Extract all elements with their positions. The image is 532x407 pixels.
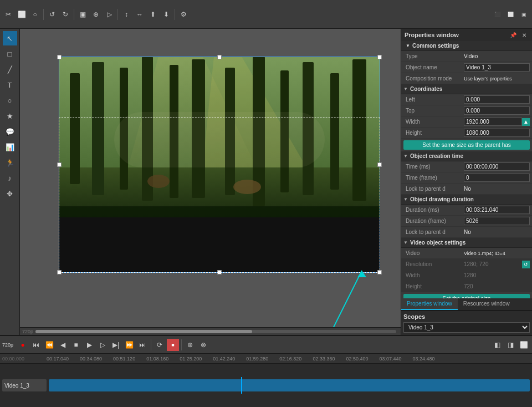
h-scrollbar-thumb[interactable] — [35, 330, 252, 333]
width-spin-up[interactable]: ▲ — [522, 118, 530, 126]
prop-dur-frame-value[interactable]: 5026 — [464, 217, 530, 225]
tool-animate[interactable]: 🏃 — [3, 155, 17, 170]
prop-res-width-value: 1280 — [464, 272, 530, 278]
tool-text[interactable]: T — [3, 78, 17, 92]
props-close[interactable]: ✕ — [520, 30, 529, 39]
canvas-viewport[interactable] — [20, 29, 401, 327]
common-settings-header[interactable]: ▼ Common settings — [401, 41, 532, 51]
toolbar-select[interactable]: ▣ — [76, 8, 89, 21]
tl-clip[interactable]: ■ — [167, 339, 179, 351]
toolbar-play[interactable]: ▷ — [103, 8, 115, 21]
prop-comp-mode: Composition mode Use layer's properties — [401, 73, 532, 84]
toolbar-align-v[interactable]: ↔ — [134, 8, 146, 21]
tl-extra1[interactable]: ◧ — [491, 339, 503, 351]
tab-properties[interactable]: Properties window — [401, 298, 458, 310]
prop-res-width-label: Width — [406, 272, 464, 278]
tl-loop[interactable]: ⟳ — [154, 339, 166, 351]
tool-audio[interactable]: ♪ — [3, 171, 17, 185]
section-video-settings-label: Video object settings — [410, 240, 466, 246]
prop-lock-parent-dur-value[interactable]: No — [464, 229, 530, 235]
tool-circle[interactable]: ○ — [3, 93, 17, 108]
track-bar[interactable] — [49, 379, 530, 391]
toolbar-extra1[interactable]: ⬛ — [491, 8, 503, 21]
canvas-scrollbar[interactable]: 720p — [20, 327, 401, 335]
toolbar-undo[interactable]: ↺ — [46, 8, 58, 21]
prop-height-value[interactable]: 1080.000 — [464, 129, 530, 137]
prop-video-file-value[interactable]: Video 1.mp4; ID=4 — [464, 251, 530, 256]
toolbar-up[interactable]: ⬆ — [147, 8, 159, 21]
prop-width-value[interactable]: 1920.000 — [464, 118, 522, 126]
ruler-mark-3: 00:51.120 — [113, 356, 135, 362]
prop-object-name-label: Object name — [406, 64, 464, 70]
scopes-select[interactable]: Video 1_3 — [403, 322, 530, 333]
tl-sep2 — [181, 339, 182, 350]
tl-play-sel[interactable]: ▷ — [96, 339, 109, 351]
tl-zoom-fit[interactable]: ⬜ — [518, 339, 530, 351]
ruler-mark-5: 01:25.200 — [180, 356, 202, 362]
tab-resources[interactable]: Resources window — [458, 298, 515, 310]
tl-step-back[interactable]: ◀ — [57, 339, 69, 351]
tl-next[interactable]: ⏩ — [123, 339, 135, 351]
section-coordinates[interactable]: Coordinates — [401, 84, 532, 94]
tool-line[interactable]: ╱ — [3, 62, 17, 77]
prop-type-value: Video — [464, 53, 530, 59]
set-original-size-btn[interactable]: Set the original size — [403, 294, 530, 298]
prop-time-frame-label: Time (frame) — [406, 175, 464, 181]
tl-stop[interactable]: ■ — [70, 339, 82, 351]
tl-split[interactable]: ⊕ — [184, 339, 196, 351]
playhead[interactable] — [241, 377, 242, 394]
toolbar-align-h[interactable]: ↕ — [120, 8, 132, 21]
ruler-mark-9: 02:33.360 — [313, 356, 335, 362]
toolbar-redo[interactable]: ↻ — [59, 8, 71, 21]
tl-prev-frame[interactable]: ⏮ — [30, 339, 42, 351]
prop-resolution: Resolution 1280; 720 ↺ — [401, 259, 532, 270]
props-content[interactable]: Type Video Object name Video 1_3 Composi… — [401, 51, 532, 298]
prop-time-ms-label: Time (ms) — [406, 164, 464, 170]
props-title: Properties window — [405, 32, 459, 38]
prop-lock-parent-creation-value[interactable]: No — [464, 186, 530, 192]
props-pin[interactable]: 📌 — [509, 30, 518, 39]
prop-resolution-value: 1280; 720 — [464, 261, 522, 267]
section-creation-time[interactable]: Object creation time — [401, 151, 532, 161]
properties-panel: Properties window 📌 ✕ ▼ Common settings … — [401, 29, 532, 335]
tool-select[interactable]: ↖ — [3, 31, 17, 45]
tl-prev[interactable]: ⏪ — [43, 339, 55, 351]
prop-time-frame-value[interactable]: 0 — [464, 174, 530, 182]
toolbar-group[interactable]: ⊕ — [90, 8, 102, 21]
tool-move[interactable]: ✥ — [3, 186, 17, 201]
prop-dur-ms-value[interactable]: 00:03:21.040 — [464, 206, 530, 214]
tl-extra2[interactable]: ◨ — [504, 339, 516, 351]
toolbar-rect[interactable]: ⬜ — [16, 8, 28, 21]
tl-play[interactable]: ▶ — [83, 339, 95, 351]
tl-step-fwd[interactable]: ▶| — [110, 339, 122, 351]
prop-object-name-value[interactable]: Video 1_3 — [464, 63, 530, 72]
prop-time-ms-value[interactable]: 00:00:00.000 — [464, 162, 530, 171]
toolbar-ellipse[interactable]: ○ — [29, 8, 41, 21]
toolbar-cut[interactable]: ✂ — [2, 8, 14, 21]
set-parent-size-btn[interactable]: Set the same size as the parent has — [403, 140, 530, 150]
tl-merge[interactable]: ⊗ — [197, 339, 209, 351]
toolbar-down[interactable]: ⬇ — [160, 8, 172, 21]
tl-record[interactable]: ● — [17, 339, 29, 351]
track-label[interactable]: Video 1_3 — [2, 379, 47, 391]
tool-rect[interactable]: □ — [3, 47, 17, 61]
zoom-label: 720p — [22, 329, 33, 334]
timeline-tracks[interactable]: Video 1_3 — [0, 364, 532, 407]
tl-next-frame[interactable]: ⏭ — [136, 339, 149, 351]
resolution-reset[interactable]: ↺ — [522, 261, 530, 268]
section-drawing-duration[interactable]: Object drawing duration — [401, 195, 532, 205]
prop-left-label: Left — [406, 96, 464, 103]
prop-lock-parent-dur: Lock to parent d No — [401, 227, 532, 238]
section-video-settings[interactable]: Video object settings — [401, 238, 532, 248]
prop-left-value[interactable]: 0.000 — [464, 95, 530, 104]
toolbar-extra3[interactable]: ▣ — [518, 8, 530, 21]
prop-top-value[interactable]: 0.000 — [464, 106, 530, 115]
toolbar-settings[interactable]: ⚙ — [177, 8, 190, 21]
tool-note[interactable]: 💬 — [3, 124, 17, 139]
prop-type-label: Type — [406, 53, 464, 59]
tool-star[interactable]: ★ — [3, 109, 17, 123]
h-scrollbar[interactable] — [35, 330, 396, 333]
toolbar-extra2[interactable]: ⬜ — [504, 8, 516, 21]
prop-comp-mode-value[interactable]: Use layer's properties — [464, 76, 530, 82]
tool-chart[interactable]: 📊 — [3, 140, 17, 154]
